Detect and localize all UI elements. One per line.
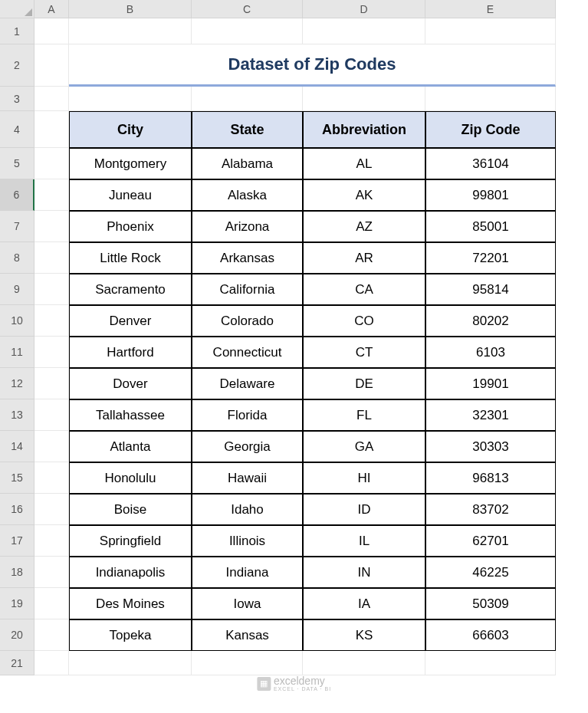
- table-cell[interactable]: DE: [303, 368, 425, 399]
- cell-D21[interactable]: [303, 651, 425, 675]
- row-header-2[interactable]: 2: [0, 44, 34, 87]
- row-header-5[interactable]: 5: [0, 148, 34, 179]
- cell-B3[interactable]: [69, 87, 192, 111]
- table-cell[interactable]: 6103: [425, 337, 556, 368]
- table-cell[interactable]: IA: [303, 588, 425, 619]
- table-cell[interactable]: Boise: [69, 494, 192, 525]
- cell-E21[interactable]: [425, 651, 556, 675]
- table-cell[interactable]: 62701: [425, 525, 556, 557]
- col-header-B[interactable]: B: [69, 0, 192, 18]
- table-cell[interactable]: Hartford: [69, 337, 192, 368]
- table-cell[interactable]: Tallahassee: [69, 399, 192, 431]
- cell-E1[interactable]: [425, 18, 556, 44]
- table-cell[interactable]: CO: [303, 305, 425, 337]
- table-cell[interactable]: CA: [303, 274, 425, 305]
- cell-A1[interactable]: [34, 18, 69, 44]
- table-cell[interactable]: Alabama: [192, 148, 303, 179]
- table-cell[interactable]: 99801: [425, 179, 556, 211]
- row-header-4[interactable]: 4: [0, 111, 34, 148]
- cell-C21[interactable]: [192, 651, 303, 675]
- row-header-7[interactable]: 7: [0, 211, 34, 242]
- cell-A15[interactable]: [34, 462, 69, 494]
- cell-A18[interactable]: [34, 557, 69, 588]
- table-cell[interactable]: Dover: [69, 368, 192, 399]
- cell-D3[interactable]: [303, 87, 425, 111]
- row-header-19[interactable]: 19: [0, 588, 34, 619]
- cell-A12[interactable]: [34, 368, 69, 399]
- table-cell[interactable]: KS: [303, 619, 425, 651]
- row-header-18[interactable]: 18: [0, 557, 34, 588]
- table-cell[interactable]: Kansas: [192, 619, 303, 651]
- table-cell[interactable]: AR: [303, 242, 425, 274]
- table-cell[interactable]: 72201: [425, 242, 556, 274]
- cell-D1[interactable]: [303, 18, 425, 44]
- table-cell[interactable]: Montgomery: [69, 148, 192, 179]
- cell-A19[interactable]: [34, 588, 69, 619]
- table-cell[interactable]: Arkansas: [192, 242, 303, 274]
- table-cell[interactable]: 32301: [425, 399, 556, 431]
- row-header-16[interactable]: 16: [0, 494, 34, 525]
- row-header-17[interactable]: 17: [0, 525, 34, 557]
- cell-A8[interactable]: [34, 242, 69, 274]
- table-cell[interactable]: FL: [303, 399, 425, 431]
- table-cell[interactable]: AZ: [303, 211, 425, 242]
- table-cell[interactable]: Connecticut: [192, 337, 303, 368]
- cell-A2[interactable]: [34, 44, 69, 87]
- cell-B21[interactable]: [69, 651, 192, 675]
- cell-A16[interactable]: [34, 494, 69, 525]
- cell-A4[interactable]: [34, 111, 69, 148]
- table-cell[interactable]: Sacramento: [69, 274, 192, 305]
- cell-A17[interactable]: [34, 525, 69, 557]
- table-cell[interactable]: Juneau: [69, 179, 192, 211]
- table-cell[interactable]: AL: [303, 148, 425, 179]
- row-header-6[interactable]: 6: [0, 179, 34, 211]
- table-cell[interactable]: Phoenix: [69, 211, 192, 242]
- table-cell[interactable]: HI: [303, 462, 425, 494]
- page-title[interactable]: Dataset of Zip Codes: [69, 44, 556, 87]
- table-cell[interactable]: CT: [303, 337, 425, 368]
- row-header-10[interactable]: 10: [0, 305, 34, 337]
- header-state[interactable]: State: [192, 111, 303, 148]
- cell-A21[interactable]: [34, 651, 69, 675]
- table-cell[interactable]: California: [192, 274, 303, 305]
- row-header-13[interactable]: 13: [0, 399, 34, 431]
- table-cell[interactable]: GA: [303, 431, 425, 462]
- table-cell[interactable]: 80202: [425, 305, 556, 337]
- cell-A14[interactable]: [34, 431, 69, 462]
- col-header-C[interactable]: C: [192, 0, 303, 18]
- table-cell[interactable]: 36104: [425, 148, 556, 179]
- table-cell[interactable]: 85001: [425, 211, 556, 242]
- col-header-E[interactable]: E: [425, 0, 556, 18]
- cell-A11[interactable]: [34, 337, 69, 368]
- header-zip[interactable]: Zip Code: [425, 111, 556, 148]
- cell-A6[interactable]: [34, 179, 69, 211]
- table-cell[interactable]: 95814: [425, 274, 556, 305]
- table-cell[interactable]: Indiana: [192, 557, 303, 588]
- header-city[interactable]: City: [69, 111, 192, 148]
- row-header-11[interactable]: 11: [0, 337, 34, 368]
- row-header-8[interactable]: 8: [0, 242, 34, 274]
- table-cell[interactable]: Idaho: [192, 494, 303, 525]
- table-cell[interactable]: IN: [303, 557, 425, 588]
- table-cell[interactable]: 66603: [425, 619, 556, 651]
- table-cell[interactable]: 30303: [425, 431, 556, 462]
- table-cell[interactable]: ID: [303, 494, 425, 525]
- row-header-9[interactable]: 9: [0, 274, 34, 305]
- select-all-corner[interactable]: [0, 0, 34, 18]
- cell-A20[interactable]: [34, 619, 69, 651]
- cell-A10[interactable]: [34, 305, 69, 337]
- table-cell[interactable]: Alaska: [192, 179, 303, 211]
- table-cell[interactable]: 46225: [425, 557, 556, 588]
- table-cell[interactable]: Colorado: [192, 305, 303, 337]
- table-cell[interactable]: Little Rock: [69, 242, 192, 274]
- table-cell[interactable]: Springfield: [69, 525, 192, 557]
- cell-E3[interactable]: [425, 87, 556, 111]
- table-cell[interactable]: Delaware: [192, 368, 303, 399]
- table-cell[interactable]: 96813: [425, 462, 556, 494]
- table-cell[interactable]: Florida: [192, 399, 303, 431]
- cell-B1[interactable]: [69, 18, 192, 44]
- row-header-15[interactable]: 15: [0, 462, 34, 494]
- table-cell[interactable]: Topeka: [69, 619, 192, 651]
- row-header-1[interactable]: 1: [0, 18, 34, 44]
- table-cell[interactable]: Arizona: [192, 211, 303, 242]
